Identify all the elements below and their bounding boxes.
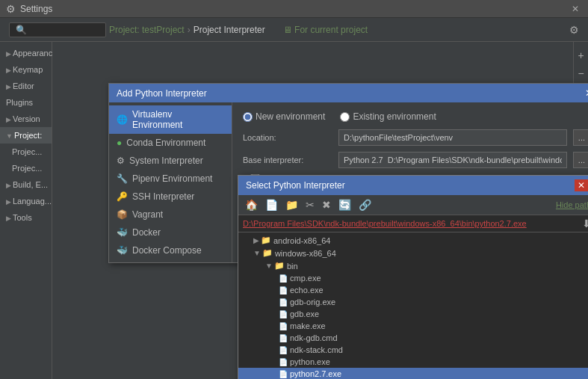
interp-docker-compose[interactable]: 🐳 Docker Compose: [109, 241, 232, 259]
base-interpreter-row: Base interpreter: ...: [243, 152, 588, 168]
gear-button[interactable]: ⚙: [569, 24, 579, 36]
tree-item-ndk-stack[interactable]: 📄 ndk-stack.cmd: [238, 344, 588, 356]
existing-environment-label: Existing environment: [353, 111, 436, 122]
existing-environment-radio[interactable]: [340, 112, 350, 122]
search-input[interactable]: [9, 22, 106, 37]
folder-icon-windows: 📁: [262, 248, 273, 258]
interp-conda[interactable]: ● Conda Environment: [109, 134, 232, 152]
sidebar: ▶Appearance ▶Keymap ▶Editor Plugins ▶Ver…: [0, 42, 52, 379]
select-interpreter-close-button[interactable]: ✕: [575, 179, 588, 191]
add-button[interactable]: +: [576, 48, 585, 63]
file-icon-ndk-stack: 📄: [279, 346, 288, 354]
vagrant-icon: 📦: [117, 209, 128, 220]
interpreter-sidebar: 🌐 Virtualenv Environment ● Conda Environ…: [109, 102, 232, 262]
virtualenv-label: Virtualenv Environment: [132, 109, 224, 130]
tree-item-windows[interactable]: ▼ 📁 windows-x86_64: [238, 247, 588, 259]
new-environment-label: New environment: [256, 111, 325, 122]
hide-path-button[interactable]: Hide path: [556, 200, 588, 209]
sidebar-item-project1[interactable]: Projec...: [0, 144, 52, 160]
file-icon-python27: 📄: [279, 370, 288, 378]
tree-item-bin[interactable]: ▼ 📁 bin: [238, 259, 588, 272]
breadcrumb-arrow: ›: [188, 25, 191, 35]
existing-environment-option[interactable]: Existing environment: [340, 111, 436, 122]
sidebar-item-keymap[interactable]: ▶Keymap: [0, 61, 52, 78]
docker-compose-label: Docker Compose: [132, 245, 202, 256]
base-interpreter-browse-button[interactable]: ...: [573, 152, 588, 168]
window-close-button[interactable]: ✕: [569, 4, 582, 14]
location-label: Location:: [243, 133, 332, 142]
tree-arrow-bin: ▼: [265, 262, 273, 270]
sidebar-item-editor[interactable]: ▶Editor: [0, 78, 52, 94]
main-area: Add Python Interpreter ✕ 🌐 Virtualenv En…: [52, 42, 588, 379]
interp-system[interactable]: ⚙ System Interpreter: [109, 152, 232, 170]
tree-item-cmp[interactable]: 📄 cmp.exe: [238, 272, 588, 284]
pipenv-icon: 🔧: [117, 173, 128, 184]
path-download-button[interactable]: ⬇: [582, 218, 588, 229]
location-row: Location: ...: [243, 129, 588, 146]
sidebar-item-tools[interactable]: ▶Tools: [0, 209, 52, 226]
sidebar-item-build[interactable]: ▶Build, E...: [0, 176, 52, 193]
file-icon-python: 📄: [279, 358, 288, 366]
sidebar-item-project2[interactable]: Projec...: [0, 160, 52, 176]
interp-docker[interactable]: 🐳 Docker: [109, 224, 232, 241]
file-icon-make: 📄: [279, 322, 288, 330]
conda-label: Conda Environment: [126, 138, 205, 148]
base-interpreter-input[interactable]: [338, 152, 567, 168]
folder-icon-android: 📁: [261, 235, 271, 245]
tree-label-gdb: gdb.exe: [290, 309, 319, 318]
tree-item-make[interactable]: 📄 make.exe: [238, 320, 588, 332]
new-environment-option[interactable]: New environment: [243, 111, 325, 122]
toolbar-cut-button[interactable]: ✂: [303, 198, 317, 212]
file-icon-gdb: 📄: [279, 310, 288, 318]
file-icon-ndk-gdb: 📄: [279, 334, 288, 342]
sidebar-item-languages[interactable]: ▶Languag...: [0, 193, 52, 209]
new-environment-radio[interactable]: [243, 112, 253, 122]
sidebar-item-project[interactable]: ▼Project:: [0, 127, 52, 144]
tree-label-ndk-gdb: ndk-gdb.cmd: [290, 333, 338, 342]
tree-label-cmp: cmp.exe: [290, 274, 321, 283]
interp-vagrant[interactable]: 📦 Vagrant: [109, 206, 232, 224]
system-label: System Interpreter: [129, 155, 203, 166]
interp-pipenv[interactable]: 🔧 Pipenv Environment: [109, 170, 232, 188]
pipenv-label: Pipenv Environment: [132, 173, 212, 184]
docker-icon: 🐳: [117, 227, 128, 238]
tree-arrow-windows: ▼: [253, 249, 261, 257]
toolbar-delete-button[interactable]: ✖: [320, 198, 333, 212]
tree-item-python27[interactable]: 📄 python2.7.exe: [238, 368, 588, 379]
add-interpreter-close-button[interactable]: ✕: [585, 87, 588, 99]
breadcrumb-bar: Project: testProject › Project Interpret…: [0, 18, 588, 42]
toolbar-folder-button[interactable]: 📁: [283, 198, 300, 212]
settings-window: ⚙ Settings ✕ Project: testProject › Proj…: [0, 0, 588, 379]
location-browse-button[interactable]: ...: [573, 129, 588, 146]
docker-compose-icon: 🐳: [117, 245, 128, 256]
remove-button[interactable]: −: [576, 66, 585, 81]
conda-icon: ●: [117, 138, 122, 148]
path-input[interactable]: [243, 219, 579, 228]
breadcrumb: Project: testProject › Project Interpret…: [9, 22, 368, 37]
add-interpreter-title-bar: Add Python Interpreter ✕: [109, 84, 588, 102]
sidebar-item-appearance[interactable]: ▶Appearance: [0, 45, 52, 61]
select-toolbar: 🏠 📄 📁 ✂ ✖ 🔄 🔗 Hide path: [238, 195, 588, 215]
tree-label-bin: bin: [287, 262, 298, 271]
location-input[interactable]: [338, 129, 567, 146]
select-interpreter-title-bar: Select Python Interpreter ✕: [238, 176, 588, 195]
tree-label-windows: windows-x86_64: [275, 249, 336, 258]
interp-ssh[interactable]: 🔑 SSH Interpreter: [109, 188, 232, 206]
toolbar-refresh-button[interactable]: 🔄: [336, 198, 353, 212]
tree-item-android[interactable]: ▶ 📁 android-x86_64: [238, 234, 588, 247]
sidebar-item-plugins[interactable]: Plugins: [0, 94, 52, 111]
toolbar-link-button[interactable]: 🔗: [356, 198, 374, 212]
tree-item-echo[interactable]: 📄 echo.exe: [238, 284, 588, 296]
tree-item-python[interactable]: 📄 python.exe: [238, 356, 588, 368]
toolbar-file-button[interactable]: 📄: [263, 198, 280, 212]
path-bar: ⬇: [238, 215, 588, 232]
toolbar-home-button[interactable]: 🏠: [243, 198, 260, 212]
tree-item-ndk-gdb[interactable]: 📄 ndk-gdb.cmd: [238, 332, 588, 344]
interp-virtualenv[interactable]: 🌐 Virtualenv Environment: [109, 105, 232, 134]
for-current-label: 🖥 For current project: [283, 25, 368, 35]
breadcrumb-current: Project Interpreter: [194, 25, 265, 35]
tree-label-echo: echo.exe: [290, 286, 324, 295]
tree-item-gdb-orig[interactable]: 📄 gdb-orig.exe: [238, 296, 588, 308]
sidebar-item-version[interactable]: ▶Version: [0, 111, 52, 127]
tree-item-gdb[interactable]: 📄 gdb.exe: [238, 308, 588, 320]
